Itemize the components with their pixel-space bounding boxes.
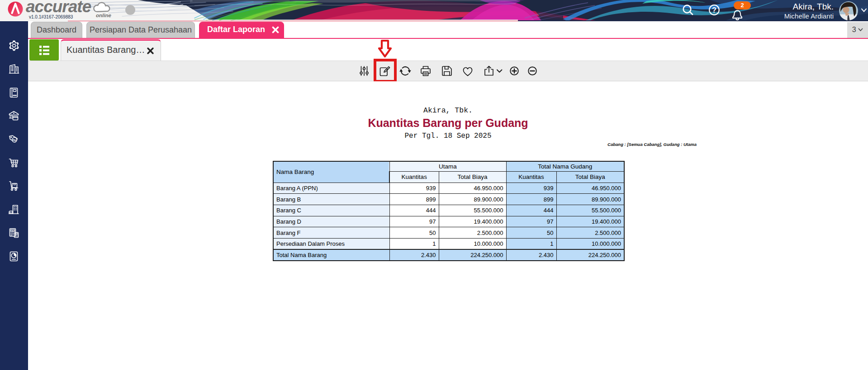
svg-text:Rp: Rp	[13, 138, 16, 141]
svg-text:?: ?	[712, 6, 716, 14]
svg-text:TAX: TAX	[11, 229, 14, 232]
